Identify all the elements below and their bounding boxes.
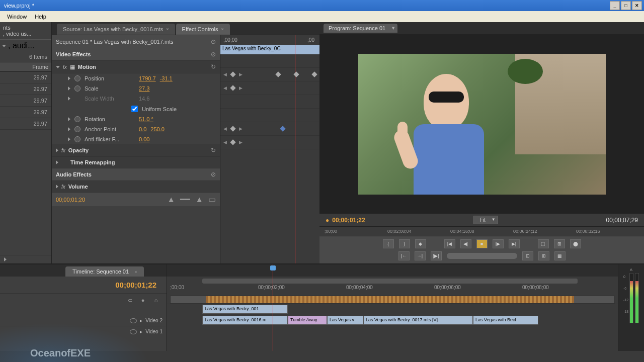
track-toggle-icon[interactable]: ▸ — [140, 329, 142, 334]
prev-keyframe-icon[interactable]: ◀ — [223, 72, 227, 77]
clip-v1-2[interactable]: Tumble Away — [288, 316, 327, 325]
keyframe-diamond-icon[interactable] — [230, 139, 235, 145]
close-button[interactable]: ✕ — [632, 1, 642, 10]
step-back-button[interactable]: ◀| — [460, 239, 471, 248]
tab-source[interactable]: Source: Las Vegas with Becky_0016.mts × — [57, 24, 175, 35]
next-keyframe-icon[interactable]: ▶ — [239, 140, 243, 145]
work-area-bar[interactable] — [202, 279, 578, 284]
keyframe-diamond-icon[interactable] — [230, 85, 235, 90]
stopwatch-icon[interactable] — [74, 136, 80, 142]
menu-help[interactable]: Help — [31, 14, 50, 20]
disclosure-icon[interactable] — [68, 137, 70, 141]
eye-icon[interactable] — [130, 329, 137, 334]
timeline-ruler[interactable]: ;00;00 00;00;02;00 00;00;04;00 00;00;06;… — [167, 284, 618, 294]
stopwatch-icon[interactable] — [74, 116, 80, 122]
lift-button[interactable]: ⬚ — [538, 239, 549, 248]
program-video-area[interactable] — [319, 34, 644, 214]
eye-icon[interactable] — [130, 318, 137, 323]
effect-playhead[interactable] — [295, 35, 295, 263]
close-icon[interactable]: × — [166, 27, 169, 32]
disclosure-icon[interactable] — [56, 66, 60, 68]
video-2-track[interactable]: Las Vegas with Becky_001 — [167, 304, 618, 315]
loop-button[interactable]: {▶} — [431, 251, 442, 260]
clip-v1-3[interactable]: Las Vegas v — [327, 316, 363, 325]
prev-edit-button[interactable]: |← — [398, 251, 410, 260]
timeline-ruler-area[interactable]: ;00;00 00;00;02;00 00;00;04;00 00;00;06;… — [167, 277, 618, 296]
zoom-slider[interactable]: ━━ — [180, 195, 190, 204]
next-edit-button[interactable]: →| — [415, 251, 426, 260]
video-2-track-header[interactable]: ▸ Video 2 — [0, 315, 167, 326]
stopwatch-icon[interactable] — [74, 85, 80, 92]
go-to-out-button[interactable]: ▶| — [509, 239, 520, 248]
frame-rate-row[interactable]: 29.97 — [0, 107, 51, 118]
marker-icon[interactable]: ● — [138, 296, 147, 305]
anchor-y-value[interactable]: 250.0 — [150, 126, 165, 132]
volume-effect[interactable]: fx Volume — [52, 181, 220, 193]
antiflicker-value[interactable]: 0.00 — [139, 136, 149, 142]
maximize-button[interactable]: □ — [621, 1, 631, 10]
prev-keyframe-icon[interactable]: ◀ — [223, 85, 227, 90]
disclosure-icon[interactable] — [68, 76, 70, 80]
keyframe-diamond-icon[interactable] — [230, 71, 235, 77]
stopwatch-icon[interactable] — [74, 126, 80, 132]
close-icon[interactable]: × — [221, 27, 224, 32]
disclosure-icon[interactable] — [68, 97, 70, 101]
disclosure-icon[interactable] — [68, 117, 70, 121]
menu-window[interactable]: Window — [3, 14, 31, 20]
disclosure-icon[interactable] — [2, 45, 6, 47]
position-x-value[interactable]: 1790.7 — [139, 75, 156, 81]
zoom-fit-dropdown[interactable]: Fit ▼ — [473, 216, 498, 224]
time-remapping-effect[interactable]: Time Remapping — [52, 157, 220, 168]
frame-rate-row[interactable]: 29.97 — [0, 95, 51, 107]
reset-icon[interactable]: ⊘ — [211, 51, 216, 58]
opacity-effect[interactable]: fx Opacity ↻ — [52, 144, 220, 157]
prev-keyframe-icon[interactable]: ◀ — [223, 126, 227, 131]
close-icon[interactable]: × — [134, 269, 137, 275]
timeline-scrub-bar[interactable] — [170, 296, 615, 304]
frame-rate-row[interactable]: 29.97 — [0, 118, 51, 130]
disclosure-icon[interactable] — [56, 160, 58, 164]
reset-icon[interactable]: ↻ — [211, 63, 216, 70]
play-stop-button[interactable]: ■ — [476, 239, 488, 248]
tab-effect-controls[interactable]: Effect Controls × — [176, 24, 230, 35]
effect-timecode[interactable]: 00;00;01;20 — [56, 197, 85, 203]
play-icon[interactable] — [4, 257, 7, 261]
folder-icon[interactable]: ▭ — [208, 195, 216, 204]
output-button[interactable]: ⊞ — [538, 251, 549, 260]
disclosure-icon[interactable] — [68, 127, 70, 131]
disclosure-icon[interactable] — [56, 148, 58, 152]
clip-v2-1[interactable]: Las Vegas with Becky_001 — [202, 305, 288, 314]
timeline-tab[interactable]: Timeline: Sequence 01 × — [65, 266, 144, 277]
expand-icon[interactable]: ⊙ — [211, 38, 216, 45]
minimize-button[interactable]: _ — [610, 1, 620, 10]
clip-v1-1[interactable]: Las Vegas with Becky_0016.m — [202, 316, 288, 325]
next-keyframe-icon[interactable]: ▶ — [239, 126, 243, 131]
prev-keyframe-icon[interactable]: ◀ — [223, 140, 227, 145]
scale-value[interactable]: 27.3 — [139, 85, 149, 92]
marker-button[interactable]: ◆ — [415, 239, 426, 248]
clip-v1-5[interactable]: Las Vegas with Becl — [473, 316, 538, 325]
keyframe-marker[interactable] — [311, 71, 317, 77]
link-icon[interactable]: ⌂ — [151, 296, 160, 305]
next-keyframe-icon[interactable]: ▶ — [239, 72, 243, 77]
safe-margins-button[interactable]: ⊡ — [522, 251, 533, 260]
go-to-in-button[interactable]: |◀ — [444, 239, 455, 248]
video-1-track[interactable]: Las Vegas with Becky_0016.m Tumble Away … — [167, 315, 618, 326]
clip-v1-4[interactable]: Las Vegas with Becky_0017.mts [V] — [363, 316, 473, 325]
export-frame-button[interactable]: ⬤ — [570, 239, 581, 248]
program-ruler[interactable]: ;00;00 00;02;08;04 00;04;16;08 00;06;24;… — [319, 226, 644, 236]
timeline-timecode[interactable]: 00;00;01;22 — [115, 281, 156, 289]
disclosure-icon[interactable] — [68, 86, 70, 90]
zoom-out-icon[interactable]: ▲ — [167, 195, 175, 204]
frame-col-header[interactable]: Frame — [0, 62, 51, 72]
mark-in-button[interactable]: { — [383, 239, 394, 248]
program-timecode-current[interactable]: 00;00;01;22 — [332, 217, 365, 224]
next-keyframe-icon[interactable]: ▶ — [239, 85, 243, 90]
uniform-scale-checkbox[interactable] — [131, 106, 138, 112]
program-tab[interactable]: Program: Sequence 01 ▼ — [324, 24, 397, 33]
reset-icon[interactable]: ⊘ — [211, 171, 216, 178]
reset-icon[interactable]: ↻ — [211, 147, 216, 154]
anchor-x-value[interactable]: 0.0 — [139, 126, 146, 132]
shuttle-slider[interactable] — [447, 253, 517, 259]
keyframe-diamond-icon[interactable] — [230, 126, 235, 131]
